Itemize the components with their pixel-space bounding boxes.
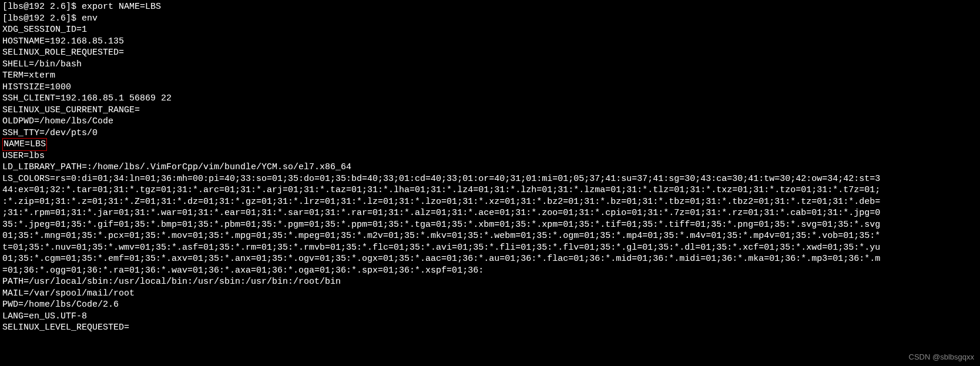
env-output-line: USER=lbs xyxy=(2,150,978,162)
env-output-line: TERM=xterm xyxy=(2,70,978,82)
env-output-line-highlighted: NAME=LBS xyxy=(2,139,978,150)
shell-prompt: [lbs@192 2.6]$ xyxy=(2,14,82,23)
env-output-line: SELINUX_ROLE_REQUESTED= xyxy=(2,47,978,59)
env-output-line: LS_COLORS=rs=0:di=01;34:ln=01;36:mh=00:p… xyxy=(2,173,978,185)
env-output-line: XDG_SESSION_ID=1 xyxy=(2,24,978,36)
env-output-line: SELINUX_LEVEL_REQUESTED= xyxy=(2,322,978,334)
env-output-line: HISTSIZE=1000 xyxy=(2,82,978,93)
env-output-line: SSH_TTY=/dev/pts/0 xyxy=(2,127,978,139)
env-output-line: SELINUX_USE_CURRENT_RANGE= xyxy=(2,105,978,116)
command-text: env xyxy=(82,14,98,23)
env-output-line: SSH_CLIENT=192.168.85.1 56869 22 xyxy=(2,93,978,105)
env-output-line: 01;35:*.cgm=01;35:*.emf=01;35:*.axv=01;3… xyxy=(2,253,978,265)
env-output-line: =01;36:*.ogg=01;36:*.ra=01;36:*.wav=01;3… xyxy=(2,265,978,277)
highlighted-env-var: NAME=LBS xyxy=(2,138,47,151)
env-output-line: SHELL=/bin/bash xyxy=(2,59,978,70)
env-output-line: 35:*.jpeg=01;35:*.gif=01;35:*.bmp=01;35:… xyxy=(2,219,978,231)
command-text: export NAME=LBS xyxy=(82,2,161,12)
env-output-line: t=01;35:*.nuv=01;35:*.wmv=01;35:*.asf=01… xyxy=(2,242,978,254)
env-output-line: 01;35:*.mng=01;35:*.pcx=01;35:*.mov=01;3… xyxy=(2,230,978,242)
shell-prompt: [lbs@192 2.6]$ xyxy=(2,2,82,12)
env-output-line: :*.zip=01;31:*.z=01;31:*.Z=01;31:*.dz=01… xyxy=(2,196,978,208)
env-output-line: PATH=/usr/local/sbin:/usr/local/bin:/usr… xyxy=(2,276,978,288)
env-output-line: ;31:*.rpm=01;31:*.jar=01;31:*.war=01;31:… xyxy=(2,207,978,219)
watermark-text: CSDN @sblbsgqxx xyxy=(909,352,974,362)
env-output-line: HOSTNAME=192.168.85.135 xyxy=(2,36,978,48)
terminal-line-cmd2: [lbs@192 2.6]$ env xyxy=(2,13,978,25)
env-output-line: 44:ex=01;32:*.tar=01;31:*.tgz=01;31:*.ar… xyxy=(2,184,978,196)
env-output-line: PWD=/home/lbs/Code/2.6 xyxy=(2,299,978,311)
terminal-line-cmd1: [lbs@192 2.6]$ export NAME=LBS xyxy=(2,1,978,13)
env-output-line: MAIL=/var/spool/mail/root xyxy=(2,288,978,300)
env-output-line: LANG=en_US.UTF-8 xyxy=(2,311,978,323)
env-output-line: OLDPWD=/home/lbs/Code xyxy=(2,116,978,127)
env-output-line: LD_LIBRARY_PATH=:/home/lbs/.VimForCpp/vi… xyxy=(2,162,978,173)
